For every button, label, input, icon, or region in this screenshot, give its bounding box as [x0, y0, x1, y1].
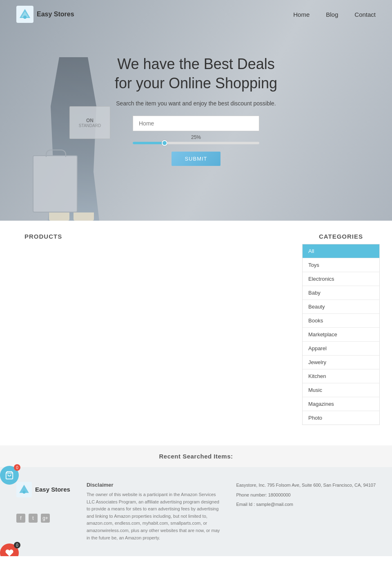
logo-text: Easy Stores — [37, 10, 74, 18]
category-list: All Toys Electronics Baby Beauty Books M… — [302, 244, 380, 425]
contact-address: Easystore, Inc. 795 Folsom Ave, Suite 60… — [236, 482, 376, 489]
category-item-beauty[interactable]: Beauty — [303, 300, 379, 314]
products-area: PRODUCTS — [24, 233, 290, 425]
cart-count: 0 — [14, 464, 20, 471]
svg-point-3 — [23, 16, 27, 19]
category-item-all[interactable]: All — [303, 244, 379, 258]
footer-socials: f t g+ — [16, 514, 50, 523]
search-input[interactable] — [133, 116, 259, 131]
slider-thumb[interactable] — [162, 140, 167, 146]
disclaimer-text: The owner of this website is a participa… — [87, 491, 220, 541]
hero-subtitle: Search the item you want and enjoy the b… — [110, 100, 282, 107]
content-wrapper: 0 PRODUCTS CATEGORIES All Toys Electroni… — [0, 221, 392, 556]
category-item-magazines[interactable]: Magazines — [303, 397, 379, 411]
google-icon[interactable]: g+ — [41, 514, 50, 523]
nav-blog[interactable]: Blog — [326, 11, 338, 18]
hero-section: ON STANDARD We have the Best Deals for y… — [0, 0, 392, 221]
footer-contact: Easystore, Inc. 795 Folsom Ave, Suite 60… — [236, 482, 376, 511]
contact-email: Email Id : sample@mail.com — [236, 501, 376, 508]
bag-handle — [46, 150, 66, 157]
category-item-kitchen[interactable]: Kitchen — [303, 369, 379, 383]
recent-bar: Recent Searched Items: — [0, 445, 392, 467]
svg-point-7 — [22, 491, 25, 494]
category-item-music[interactable]: Music — [303, 383, 379, 397]
products-grid — [24, 248, 290, 379]
nav-home[interactable]: Home — [293, 11, 310, 18]
contact-phone: Phone number: 180000000 — [236, 492, 376, 499]
footer-disclaimer: Disclaimer The owner of this website is … — [87, 482, 220, 541]
logo[interactable]: Easy Stores — [16, 6, 74, 23]
hero-content: We have the Best Deals for your Online S… — [110, 55, 282, 166]
nav-contact[interactable]: Contact — [354, 11, 376, 18]
category-item-electronics[interactable]: Electronics — [303, 272, 379, 286]
sign-line1: ON — [86, 118, 94, 123]
disclaimer-title: Disclaimer — [87, 482, 220, 488]
category-item-marketplace[interactable]: Marketplace — [303, 328, 379, 342]
category-item-books[interactable]: Books — [303, 314, 379, 328]
submit-button[interactable]: SUBMIT — [172, 152, 220, 166]
footer-logo-area: Easy Stores f t g+ — [16, 482, 70, 523]
heart-icon — [5, 548, 14, 556]
recent-title: Recent Searched Items: — [159, 453, 233, 460]
facebook-icon[interactable]: f — [16, 514, 25, 523]
sidebar: CATEGORIES All Toys Electronics Baby Bea… — [302, 233, 380, 425]
slider-label: 25% — [110, 134, 282, 140]
wishlist-button[interactable]: 0 — [0, 543, 19, 556]
category-item-apparel[interactable]: Apparel — [303, 342, 379, 356]
products-title: PRODUCTS — [24, 233, 290, 240]
footer-logo-text: Easy Stores — [35, 486, 70, 493]
category-item-toys[interactable]: Toys — [303, 258, 379, 272]
main-section: PRODUCTS CATEGORIES All Toys Electronics… — [0, 221, 392, 437]
footer-logo[interactable]: Easy Stores — [16, 482, 70, 497]
category-item-baby[interactable]: Baby — [303, 286, 379, 300]
cart-icon — [5, 471, 14, 480]
hero-figure-area: ON STANDARD — [24, 25, 122, 221]
category-item-jewelry[interactable]: Jewelry — [303, 356, 379, 369]
slider-fill — [133, 142, 165, 144]
bag-shape — [33, 155, 78, 212]
wishlist-count: 0 — [14, 542, 20, 548]
logo-icon — [16, 6, 33, 23]
main-nav: Home Blog Contact — [293, 11, 376, 18]
shoe-left — [49, 212, 69, 221]
sign-line2: STANDARD — [79, 123, 101, 128]
cart-bubble[interactable]: 0 — [0, 466, 19, 485]
hero-sign: ON STANDARD — [69, 106, 110, 139]
categories-title: CATEGORIES — [302, 233, 380, 240]
shoe-right — [74, 212, 94, 221]
footer: Easy Stores f t g+ Disclaimer The owner … — [0, 467, 392, 556]
twitter-icon[interactable]: t — [29, 514, 38, 523]
hero-title: We have the Best Deals for your Online S… — [110, 55, 282, 93]
floating-cart[interactable]: 0 — [0, 466, 19, 485]
slider-track[interactable] — [133, 142, 259, 144]
category-item-photo[interactable]: Photo — [303, 411, 379, 425]
header: Easy Stores Home Blog Contact — [0, 0, 392, 29]
